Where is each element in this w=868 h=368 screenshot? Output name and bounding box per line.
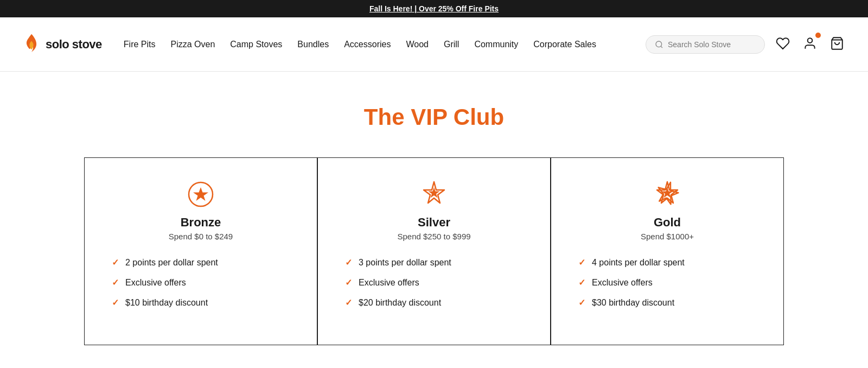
svg-point-0 [656, 41, 662, 47]
nav-corporate-sales[interactable]: Corporate Sales [533, 40, 596, 49]
bronze-icon [186, 180, 215, 209]
heart-icon [776, 36, 790, 50]
notification-badge [815, 33, 821, 38]
silver-icon [419, 180, 449, 209]
header: solo stove Fire Pits Pizza Oven Camp Sto… [0, 17, 868, 72]
gold-card-header: Gold Spend $1000+ [578, 180, 756, 241]
cart-button[interactable] [828, 34, 846, 54]
gold-tier-name: Gold [654, 215, 681, 230]
bronze-card-header: Bronze Spend $0 to $249 [112, 180, 290, 241]
svg-marker-5 [193, 187, 208, 201]
announcement-text: Fall Is Here! | Over 25% Off Fire Pits [369, 4, 499, 13]
page-title: The VIP Club [22, 104, 846, 130]
logo-text: solo stove [46, 37, 102, 52]
bronze-tier-range: Spend $0 to $249 [169, 232, 233, 241]
benefit-text: Exclusive offers [125, 278, 186, 288]
check-icon: ✓ [112, 277, 119, 288]
check-icon: ✓ [112, 257, 119, 268]
nav-fire-pits[interactable]: Fire Pits [124, 40, 156, 49]
benefit-text: $10 birthday discount [125, 298, 208, 308]
benefit-text: $20 birthday discount [359, 298, 441, 308]
main-content: The VIP Club Bronze Spend $0 to $249 ✓ 2… [0, 72, 868, 368]
tier-cards-container: Bronze Spend $0 to $249 ✓ 2 points per d… [54, 157, 814, 345]
benefit-text: $30 birthday discount [592, 298, 674, 308]
list-item: ✓ 2 points per dollar spent [112, 257, 290, 268]
benefit-text: 3 points per dollar spent [359, 258, 451, 268]
list-item: ✓ Exclusive offers [345, 277, 523, 288]
benefit-text: 4 points per dollar spent [592, 258, 685, 268]
list-item: ✓ 3 points per dollar spent [345, 257, 523, 268]
nav-bundles[interactable]: Bundles [297, 40, 329, 49]
list-item: ✓ Exclusive offers [112, 277, 290, 288]
check-icon: ✓ [345, 297, 352, 308]
user-icon [803, 36, 817, 50]
silver-tier-range: Spend $250 to $999 [397, 232, 470, 241]
benefit-text: 2 points per dollar spent [125, 258, 218, 268]
check-icon: ✓ [345, 277, 352, 288]
main-nav: Fire Pits Pizza Oven Camp Stoves Bundles… [124, 40, 629, 49]
svg-line-1 [661, 46, 662, 48]
nav-accessories[interactable]: Accessories [344, 40, 391, 49]
logo[interactable]: solo stove [22, 33, 102, 56]
nav-pizza-oven[interactable]: Pizza Oven [170, 40, 215, 49]
svg-point-2 [808, 38, 813, 43]
check-icon: ✓ [578, 297, 585, 308]
search-box[interactable] [646, 35, 765, 54]
announcement-bar: Fall Is Here! | Over 25% Off Fire Pits [0, 0, 868, 17]
silver-tier-name: Silver [418, 215, 450, 230]
gold-tier-range: Spend $1000+ [641, 232, 694, 241]
search-input[interactable] [668, 40, 756, 49]
check-icon: ✓ [345, 257, 352, 268]
list-item: ✓ $10 birthday discount [112, 297, 290, 308]
cart-icon [830, 36, 844, 50]
check-icon: ✓ [578, 257, 585, 268]
gold-tier-card: Gold Spend $1000+ ✓ 4 points per dollar … [551, 157, 784, 345]
list-item: ✓ $20 birthday discount [345, 297, 523, 308]
gold-icon [653, 180, 682, 209]
nav-community[interactable]: Community [474, 40, 518, 49]
check-icon: ✓ [112, 297, 119, 308]
nav-camp-stoves[interactable]: Camp Stoves [230, 40, 282, 49]
silver-tier-card: Silver Spend $250 to $999 ✓ 3 points per… [317, 157, 551, 345]
account-button[interactable] [801, 34, 819, 54]
silver-card-header: Silver Spend $250 to $999 [345, 180, 523, 241]
bronze-tier-card: Bronze Spend $0 to $249 ✓ 2 points per d… [84, 157, 317, 345]
benefit-text: Exclusive offers [592, 278, 653, 288]
list-item: ✓ Exclusive offers [578, 277, 756, 288]
bronze-tier-name: Bronze [181, 215, 221, 230]
nav-grill[interactable]: Grill [444, 40, 459, 49]
list-item: ✓ 4 points per dollar spent [578, 257, 756, 268]
flame-icon [22, 33, 41, 56]
bronze-benefits: ✓ 2 points per dollar spent ✓ Exclusive … [112, 257, 290, 318]
header-actions [646, 34, 846, 54]
check-icon: ✓ [578, 277, 585, 288]
search-icon [655, 40, 663, 49]
list-item: ✓ $30 birthday discount [578, 297, 756, 308]
announcement-link[interactable]: Fall Is Here! | Over 25% Off Fire Pits [369, 4, 499, 13]
wishlist-button[interactable] [774, 34, 792, 54]
nav-wood[interactable]: Wood [406, 40, 429, 49]
silver-benefits: ✓ 3 points per dollar spent ✓ Exclusive … [345, 257, 523, 318]
gold-benefits: ✓ 4 points per dollar spent ✓ Exclusive … [578, 257, 756, 318]
benefit-text: Exclusive offers [359, 278, 419, 288]
